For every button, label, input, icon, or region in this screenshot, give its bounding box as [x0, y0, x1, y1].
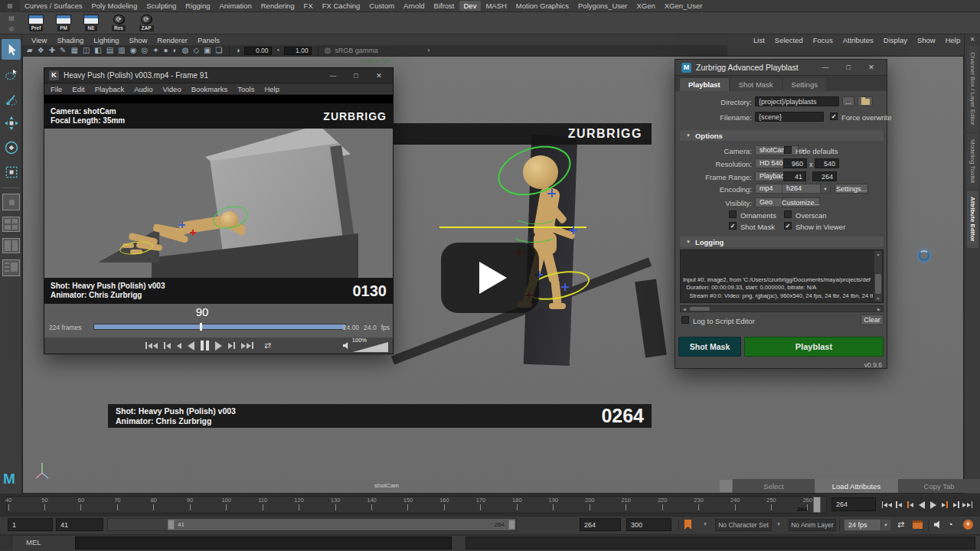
gamma-icon[interactable]: ◔	[276, 46, 280, 55]
attribute-editor-button[interactable]: Copy Tab	[898, 479, 980, 493]
chevron-down-icon[interactable]: ▼	[703, 522, 707, 527]
attribute-editor-button[interactable]: Load Attributes	[815, 479, 897, 493]
toolbar-icon[interactable]: ✚	[49, 46, 55, 55]
sidebar-tab[interactable]: Modeling Toolkit	[967, 133, 978, 189]
toolbar-icon[interactable]: ▥	[118, 46, 125, 55]
panel-menu-item[interactable]: Show	[129, 36, 148, 44]
options-section-header[interactable]: ▼ Options	[680, 130, 884, 141]
step-back-frame-button[interactable]	[905, 499, 915, 510]
layout-four-pane-button[interactable]	[2, 217, 20, 232]
playblast-button[interactable]: Playblast	[744, 337, 884, 357]
hip-control-line[interactable]	[439, 227, 586, 228]
log-horizontal-scrollbar[interactable]: ◀ ▶	[680, 305, 884, 312]
menu-item[interactable]: Bifrost	[430, 1, 459, 11]
fps-dropdown[interactable]: 24 fps▼	[844, 519, 891, 531]
close-panel-icon[interactable]: ✕	[965, 34, 980, 44]
filename-input[interactable]	[755, 112, 824, 122]
sidebar-tab[interactable]: Attribute Editor	[967, 191, 978, 248]
step-forward-key-button[interactable]	[951, 499, 961, 510]
panel-grip[interactable]	[720, 480, 732, 492]
toolbar-icon[interactable]: ◍	[182, 46, 189, 55]
play-backward-button[interactable]	[916, 499, 926, 510]
menu-item[interactable]: Custom	[364, 1, 399, 11]
rig-manipulator-cross[interactable]	[561, 283, 569, 291]
dialog-tab[interactable]: Playblast	[680, 78, 729, 91]
player-go-start-button[interactable]	[145, 342, 158, 349]
attribute-editor-menu-item[interactable]: Display	[884, 36, 907, 44]
attribute-editor-menu-item[interactable]: Show	[917, 36, 936, 44]
gear-icon[interactable]: ◎	[9, 25, 15, 32]
rotate-tool-button[interactable]	[2, 137, 21, 158]
menu-item[interactable]: Arnold	[399, 1, 429, 11]
player-pause-button[interactable]	[201, 341, 209, 350]
player-menu-item[interactable]: Bookmarks	[191, 85, 228, 93]
menu-set-icon[interactable]: ▦	[0, 0, 20, 12]
player-menu-item[interactable]: Video	[163, 85, 181, 93]
menu-item[interactable]: Curves / Surfaces	[20, 1, 87, 11]
panel-menu-item[interactable]: Lighting	[93, 36, 119, 44]
menu-item[interactable]: Motion Graphics	[511, 1, 573, 11]
character-set-dropdown[interactable]: No Character Set	[715, 519, 772, 531]
range-end-handle[interactable]	[508, 520, 515, 530]
panel-menu-item[interactable]: Renderer	[157, 36, 188, 44]
toolbar-icon[interactable]: ▤	[106, 46, 113, 55]
shot-mask-checkbox[interactable]: ✓	[729, 222, 737, 230]
attribute-editor-menu-item[interactable]: Selected	[775, 36, 803, 44]
toolbar-icon[interactable]: ◐	[173, 46, 178, 55]
menu-item[interactable]: Dev	[459, 1, 482, 11]
browse-button[interactable]: ...	[842, 96, 854, 106]
menu-item[interactable]: FX Caching	[318, 1, 365, 11]
shelf-item[interactable]: PM	[51, 13, 77, 34]
exposure-field[interactable]: 0.00	[244, 47, 272, 55]
play-forward-button[interactable]	[928, 499, 938, 510]
toolbar-icon[interactable]: ❏	[216, 46, 223, 55]
current-time-marker[interactable]	[813, 497, 821, 513]
colorspace-select[interactable]: sRGB gamma	[335, 47, 378, 54]
toolbar-icon[interactable]: ◎	[141, 46, 148, 55]
overscan-checkbox[interactable]	[784, 210, 792, 218]
dialog-tab[interactable]: Settings	[783, 78, 826, 91]
menu-item[interactable]: Polygons_User	[573, 1, 632, 11]
attribute-editor-button[interactable]: Select	[733, 479, 815, 493]
step-back-key-button[interactable]	[893, 499, 903, 510]
player-next-key-button[interactable]	[228, 342, 235, 349]
shelf-item[interactable]: Pref	[23, 13, 49, 34]
animation-end-field[interactable]	[626, 518, 671, 531]
scroll-up-icon[interactable]: ▲	[874, 252, 882, 256]
video-play-overlay-button[interactable]	[441, 243, 539, 313]
player-menu-item[interactable]: Playback	[95, 85, 125, 93]
layout-two-pane-button[interactable]	[2, 238, 20, 253]
dialog-maximize-button[interactable]: □	[839, 64, 858, 71]
dialog-close-button[interactable]: ✕	[862, 64, 880, 71]
encoder-settings-button[interactable]: Settings...	[835, 184, 868, 194]
player-step-back-button[interactable]	[177, 343, 181, 349]
gamma-field[interactable]: 1.00	[284, 47, 312, 55]
scrollbar-thumb[interactable]	[875, 274, 881, 294]
player-menu-item[interactable]: File	[51, 85, 62, 93]
show-in-viewer-checkbox[interactable]: ✓	[784, 222, 792, 230]
resolution-width-field[interactable]	[783, 158, 807, 168]
panel-menu-item[interactable]: Shading	[57, 36, 83, 44]
toolbar-icon[interactable]: ✎	[60, 46, 66, 55]
shelf-item[interactable]: ⟳ Res	[106, 13, 132, 34]
command-line-grip[interactable]	[0, 536, 12, 550]
clear-log-button[interactable]: Clear	[861, 315, 884, 325]
frame-end-field[interactable]	[812, 171, 837, 181]
player-titlebar[interactable]: K Heavy Push (Polish) v003.mp4 - Frame 9…	[44, 68, 393, 83]
toolbar-icon[interactable]: ✦	[152, 46, 158, 55]
dialog-tab[interactable]: Shot Mask	[730, 78, 782, 91]
toolbar-icon[interactable]: ●	[164, 46, 168, 55]
toolbar-icon[interactable]: ▦	[70, 46, 77, 55]
menu-item[interactable]: Rigging	[181, 1, 214, 11]
playback-start-field[interactable]	[56, 518, 103, 531]
anim-layer-dropdown[interactable]: No Anim Layer	[789, 519, 836, 531]
playback-loop-icon[interactable]: ⇄	[897, 520, 904, 530]
scrollbar-thumb[interactable]	[690, 307, 710, 311]
rig-manipulator-cross[interactable]	[569, 226, 577, 234]
player-menu-item[interactable]: Help	[264, 85, 279, 93]
current-frame-field[interactable]	[831, 497, 876, 511]
animation-start-field[interactable]	[8, 518, 53, 531]
go-to-end-button[interactable]	[962, 499, 972, 510]
chevron-down-icon[interactable]: ▼	[776, 522, 781, 527]
ornaments-checkbox[interactable]	[729, 210, 737, 218]
